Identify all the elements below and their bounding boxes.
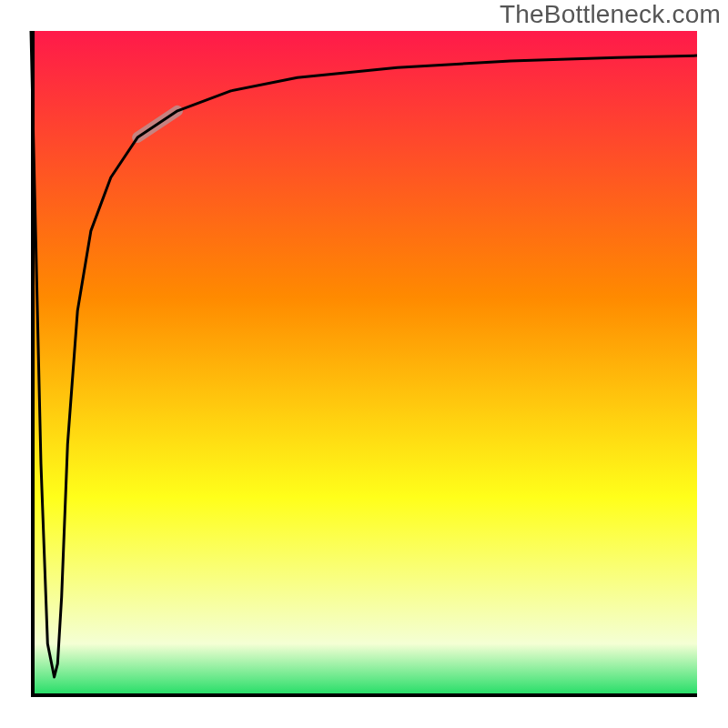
chart-container: TheBottleneck.com <box>0 0 728 728</box>
y-axis <box>31 31 35 697</box>
x-axis <box>31 693 697 697</box>
bottleneck-curve <box>31 31 697 677</box>
watermark-source-label: TheBottleneck.com <box>500 0 721 29</box>
curve-layer <box>0 0 728 728</box>
